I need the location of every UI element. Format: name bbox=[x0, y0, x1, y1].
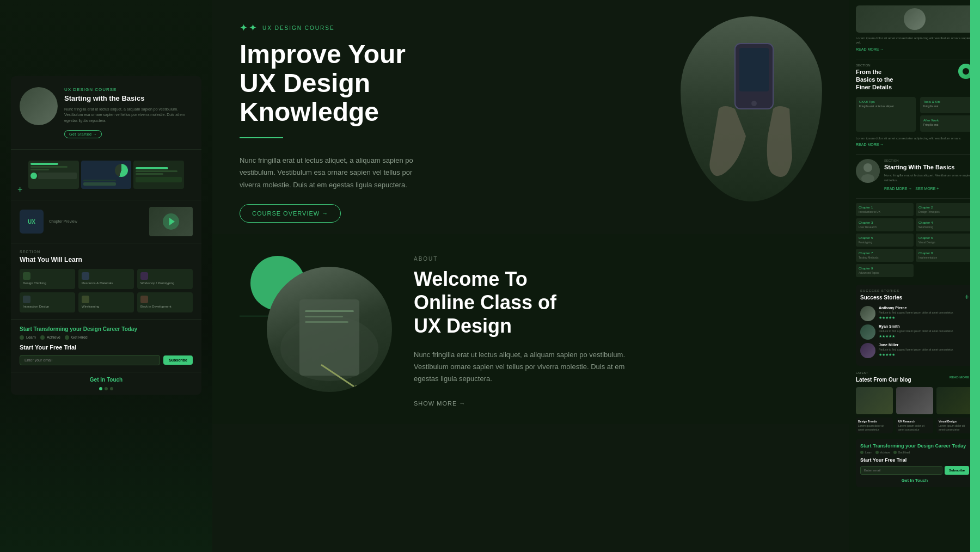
about-visual bbox=[240, 245, 392, 397]
about-text: ABOUT Welcome ToOnline Class ofUX Design… bbox=[414, 245, 822, 408]
lp-learn-item-6: Back in Development bbox=[137, 292, 193, 312]
rp-free-trial-text: Start Your Free Trial bbox=[860, 457, 969, 463]
about-tag: ABOUT bbox=[414, 256, 822, 262]
lp-badge-hired: Get Hired bbox=[65, 335, 88, 340]
rp-read-more-1[interactable]: READ MORE → bbox=[856, 47, 973, 51]
rp-story-1-stars: ★★★★★ bbox=[879, 316, 969, 320]
lp-chapter-preview: UX Chapter Preview bbox=[11, 200, 201, 243]
lp-free-trial-label: Start Your Free Trial bbox=[20, 344, 193, 351]
lp-hero-title: Starting with the Basics bbox=[64, 94, 193, 103]
rp-basics-title: From theBasics to theFiner Details bbox=[856, 68, 954, 91]
rp-story-1: Anthony Pierce Reduce to find a good lor… bbox=[860, 306, 969, 321]
rp-chapter-6: Chapter 6 Visual Design bbox=[916, 234, 973, 247]
rp-cta-title: Start Transforming your Design Career To… bbox=[860, 443, 969, 449]
rp-story-3-name: Jane Miller bbox=[879, 343, 969, 347]
rp-story-3: Jane Miller Reduce to find a good lorem … bbox=[860, 343, 969, 358]
lp-learn-item-3-text: Workshop / Prototyping bbox=[140, 281, 189, 286]
lp-learn-item-6-text: Back in Development bbox=[140, 305, 189, 309]
svg-point-12 bbox=[861, 174, 874, 183]
lp-get-started-button[interactable]: Get Started → bbox=[64, 130, 102, 138]
lp-learn-item-3: Workshop / Prototyping bbox=[137, 269, 193, 289]
rp-blog-header: LATEST Latest From Our blog READ MORE → bbox=[856, 371, 973, 383]
rp-chapters-section: Chapter 1 Introduction to UX Chapter 2 D… bbox=[856, 203, 973, 277]
rp-metric-1: UX/UI Tips Fringilla erat ut lectus aliq… bbox=[856, 97, 916, 132]
rp-chapters-grid: Chapter 1 Introduction to UX Chapter 2 D… bbox=[856, 203, 973, 277]
svg-rect-1 bbox=[739, 48, 769, 91]
hero-image-inner bbox=[681, 16, 822, 201]
rp-story-1-content: Anthony Pierce Reduce to find a good lor… bbox=[879, 306, 969, 320]
lp-learn-item-4-text: Interaction Design bbox=[23, 305, 72, 309]
svg-point-9 bbox=[354, 385, 359, 390]
lp-email-input[interactable] bbox=[20, 355, 160, 365]
rp-get-in-touch[interactable]: Get In Touch bbox=[860, 475, 969, 483]
rp-starting-title: Starting With The Basics bbox=[884, 163, 973, 171]
hero-underline bbox=[240, 137, 283, 138]
rp-blog-post-1-title: Design Trends bbox=[858, 420, 891, 423]
lp-screen-1 bbox=[28, 161, 79, 189]
rp-chapter-2: Chapter 2 Design Principles bbox=[916, 203, 973, 216]
right-panel: Lorem ipsum dolor sit amet consectetur a… bbox=[849, 0, 980, 552]
rp-story-2-stars: ★★★★★ bbox=[879, 334, 969, 339]
lp-badge-learn: Learn bbox=[20, 335, 36, 340]
lp-get-in-touch[interactable]: Get In Touch bbox=[11, 372, 201, 385]
hero-stars-icon: ✦✦ bbox=[240, 22, 258, 34]
rp-read-more-2[interactable]: READ MORE → bbox=[856, 143, 973, 146]
rp-chapter-9: Chapter 9 Advanced Topics bbox=[856, 264, 914, 277]
rp-blog-images bbox=[856, 387, 973, 414]
rp-badge-hired: Get Hired bbox=[893, 451, 910, 454]
rp-read-more-3[interactable]: READ MORE → bbox=[884, 187, 912, 191]
rp-divider-3 bbox=[856, 198, 973, 199]
rp-basics-text: Lorem ipsum dolor sit amet consectetur a… bbox=[856, 136, 973, 140]
rp-divider-2 bbox=[856, 154, 973, 155]
lp-learn-item-5: Wireframing bbox=[78, 292, 134, 312]
lp-learn-item-1: Design Thinking bbox=[20, 269, 75, 289]
rp-basics-section: SECTION From theBasics to theFiner Detai… bbox=[856, 64, 973, 146]
rp-blog-post-1-text: Lorem ipsum dolor sit amet consectetur bbox=[858, 424, 891, 431]
lp-dot-2 bbox=[105, 387, 108, 390]
rp-blog-tag: LATEST bbox=[856, 371, 911, 375]
lp-learn-grid: Design Thinking Resource & Materials Wor… bbox=[20, 269, 193, 312]
rp-email-input[interactable] bbox=[860, 466, 942, 475]
hero-text: ✦✦ UX DESIGN COURSE Improve YourUX Desig… bbox=[240, 16, 659, 223]
lp-hero-tag: UX Design Course bbox=[64, 87, 193, 92]
rp-badge-achieve: Achieve bbox=[875, 451, 890, 454]
rp-blog-title: Latest From Our blog bbox=[856, 377, 911, 383]
svg-point-11 bbox=[863, 163, 872, 172]
rp-starting-desc: Nunc fringilla erat ut lectus aliquet. V… bbox=[884, 173, 973, 182]
rp-blog-section: LATEST Latest From Our blog READ MORE → … bbox=[856, 371, 973, 433]
about-title: Welcome ToOnline Class ofUX Design bbox=[414, 267, 822, 338]
rp-form-row: Subscribe bbox=[860, 466, 969, 475]
lp-learn-item-4: Interaction Design bbox=[20, 292, 75, 312]
rp-story-2: Ryan Smith Reduce to find a good lorem i… bbox=[860, 324, 969, 340]
lp-subscribe-button[interactable]: Subscribe bbox=[163, 355, 193, 365]
rp-metric-3: After Work Fringilla erat bbox=[920, 115, 973, 132]
rp-subscribe-button[interactable]: Subscribe bbox=[945, 466, 969, 475]
lp-learn-item-2-text: Resource & Materials bbox=[82, 281, 131, 286]
rp-chapter-8: Chapter 8 Implementation bbox=[916, 249, 973, 262]
rp-metrics-row: UX/UI Tips Fringilla erat ut lectus aliq… bbox=[856, 97, 973, 132]
course-overview-button[interactable]: COURSE OVERVIEW → bbox=[240, 204, 341, 223]
rp-blog-post-3-text: Lorem ipsum dolor sit amet consectetur bbox=[939, 424, 971, 431]
rp-stories-section: SUCCESS STORIES Success Stories + Anthon… bbox=[856, 285, 973, 366]
rp-chapter-3: Chapter 3 User Research bbox=[856, 218, 914, 231]
rp-blog-post-3: Visual Design Lorem ipsum dolor sit amet… bbox=[936, 418, 973, 433]
rp-chapter-4: Chapter 4 Wireframing bbox=[916, 218, 973, 231]
rp-see-more[interactable]: SEE MORE + bbox=[915, 187, 939, 191]
rp-story-2-avatar bbox=[860, 324, 875, 340]
show-more-button[interactable]: SHOW MORE → bbox=[414, 400, 465, 407]
about-visual-svg bbox=[267, 267, 392, 392]
rp-blog-post-1: Design Trends Lorem ipsum dolor sit amet… bbox=[856, 418, 893, 433]
rp-chapter-7: Chapter 7 Testing Methods bbox=[856, 249, 914, 262]
lp-learn-item-2: Resource & Materials bbox=[78, 269, 134, 289]
rp-story-3-text: Reduce to find a good lorem ipsum dolor … bbox=[879, 348, 969, 352]
lp-learn-section: SECTION What You Will Learn Design Think… bbox=[11, 243, 201, 319]
rp-cta-badges: Learn Achieve Get Hired bbox=[860, 451, 969, 454]
lp-chapter-tag: Chapter Preview bbox=[49, 219, 144, 223]
rp-hero-circle bbox=[904, 8, 926, 30]
lp-cta-badges-row: Learn Achieve Get Hired bbox=[20, 335, 193, 340]
lp-screen-3 bbox=[133, 161, 184, 189]
lp-learn-tag: SECTION bbox=[20, 250, 193, 254]
lp-hero-block: UX Design Course Starting with the Basic… bbox=[11, 76, 201, 150]
rp-starting-section: SECTION Starting With The Basics Nunc fr… bbox=[856, 159, 973, 191]
rp-hero-img bbox=[856, 5, 973, 33]
